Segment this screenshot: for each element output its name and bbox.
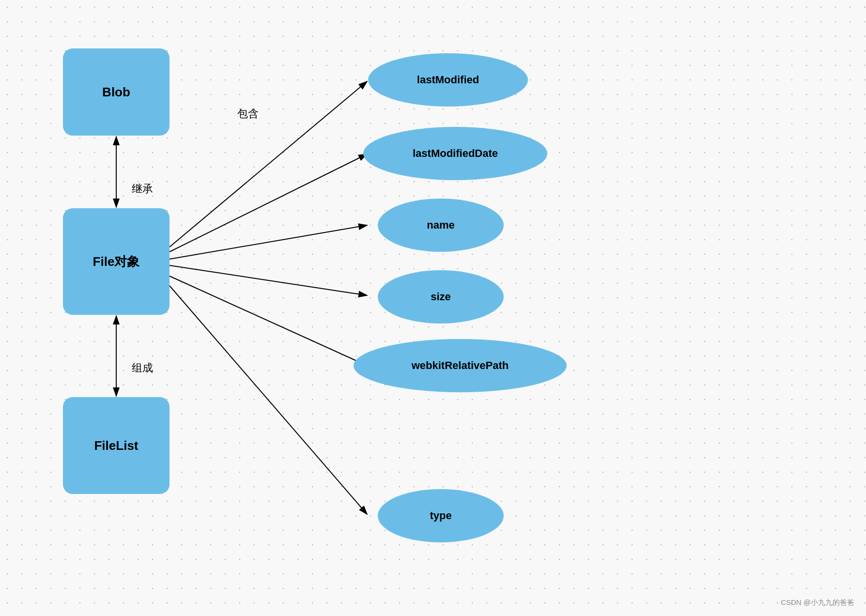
lastmodifieddate-label: lastModifiedDate — [413, 147, 498, 160]
blob-label: Blob — [102, 85, 130, 100]
arrow-type — [170, 286, 367, 514]
size-node: size — [378, 270, 504, 323]
lastmodifieddate-node: lastModifiedDate — [363, 127, 547, 180]
arrow-name — [170, 225, 367, 259]
diagram: Blob File对象 FileList lastModified lastMo… — [0, 0, 866, 616]
filelist-label: FileList — [94, 438, 138, 453]
webkit-node: webkitRelativePath — [354, 339, 567, 392]
type-label: type — [430, 509, 451, 522]
arrow-lastmodified — [170, 81, 367, 247]
name-node: name — [378, 199, 504, 252]
name-label: name — [427, 219, 454, 231]
blob-node: Blob — [63, 48, 170, 136]
file-node: File对象 — [63, 208, 170, 315]
arrow-lastmodifieddate — [170, 154, 367, 252]
watermark: CSDN @小九九的爸爸 — [781, 598, 854, 607]
inherit-label: 继承 — [132, 182, 153, 196]
webkit-label: webkitRelativePath — [412, 359, 509, 372]
arrow-webkit — [170, 276, 367, 366]
size-label: size — [431, 291, 451, 303]
filelist-node: FileList — [63, 397, 170, 494]
lastmodified-node: lastModified — [368, 53, 528, 107]
compose-label: 组成 — [132, 361, 153, 375]
arrow-size — [170, 265, 367, 295]
contains-label: 包含 — [237, 107, 259, 121]
file-label: File对象 — [93, 253, 140, 270]
lastmodified-label: lastModified — [417, 74, 479, 86]
type-node: type — [378, 489, 504, 542]
